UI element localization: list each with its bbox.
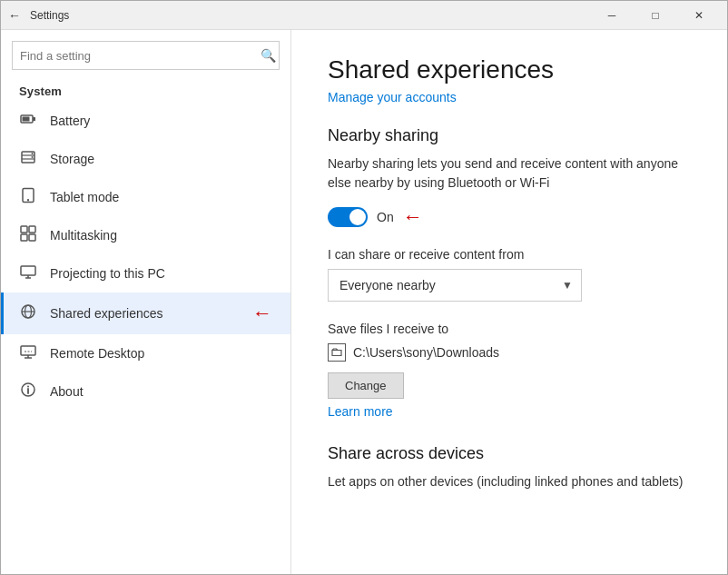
manage-accounts-link[interactable]: Manage your accounts: [328, 90, 457, 104]
svg-rect-2: [23, 117, 30, 122]
sidebar: 🔍 System Battery Storage Tablet mode M: [1, 30, 291, 575]
sidebar-item-remote-desktop[interactable]: Remote Desktop: [1, 334, 290, 372]
toggle-arrow: ←: [403, 205, 423, 229]
svg-point-6: [32, 153, 34, 154]
app-body: 🔍 System Battery Storage Tablet mode M: [1, 30, 727, 575]
folder-icon: [328, 343, 346, 362]
minimize-button[interactable]: ─: [591, 1, 633, 30]
share-across-description: Let apps on other devices (including lin…: [328, 472, 691, 491]
svg-point-7: [32, 156, 34, 158]
svg-rect-12: [29, 226, 35, 233]
share-from-dropdown-container: Everyone nearby My devices only ▼: [328, 269, 582, 302]
window-title: Settings: [30, 9, 591, 22]
multitasking-label: Multitasking: [50, 228, 272, 243]
save-path-text: C:\Users\sony\Downloads: [353, 345, 499, 360]
toggle-row: On ←: [328, 205, 691, 229]
sidebar-item-multitasking[interactable]: Multitasking: [1, 216, 290, 254]
tablet-mode-icon: [19, 187, 37, 207]
about-label: About: [50, 384, 272, 399]
svg-rect-15: [21, 266, 35, 275]
sidebar-item-about[interactable]: About: [1, 372, 290, 411]
search-input[interactable]: [12, 41, 280, 70]
main-content: Shared experiences Manage your accounts …: [291, 30, 727, 575]
storage-icon: [19, 149, 37, 169]
battery-label: Battery: [50, 114, 272, 128]
close-button[interactable]: ✕: [678, 1, 720, 30]
share-across-title: Share across devices: [328, 444, 691, 463]
shared-experiences-arrow: ←: [252, 302, 272, 325]
sidebar-section-title: System: [1, 77, 290, 102]
sidebar-item-projecting[interactable]: Projecting to this PC: [1, 254, 290, 292]
sidebar-item-tablet-mode[interactable]: Tablet mode: [1, 178, 290, 216]
svg-rect-1: [33, 117, 35, 121]
nearby-sharing-description: Nearby sharing lets you send and receive…: [328, 154, 691, 193]
share-from-dropdown[interactable]: Everyone nearby My devices only: [328, 269, 582, 302]
toggle-label: On: [377, 210, 394, 224]
svg-rect-14: [29, 234, 35, 241]
nearby-sharing-toggle[interactable]: [328, 207, 368, 227]
svg-point-10: [27, 200, 29, 202]
share-from-label: I can share or receive content from: [328, 247, 691, 262]
tablet-mode-label: Tablet mode: [50, 190, 272, 204]
multitasking-icon: [19, 225, 37, 245]
projecting-icon: [19, 263, 37, 283]
shared-experiences-icon: [19, 303, 37, 323]
battery-icon: [19, 111, 37, 131]
storage-label: Storage: [50, 152, 272, 166]
sidebar-item-battery[interactable]: Battery: [1, 102, 290, 140]
save-path-row: C:\Users\sony\Downloads: [328, 343, 691, 362]
remote-desktop-icon: [19, 343, 37, 363]
nearby-sharing-title: Nearby sharing: [328, 126, 691, 145]
page-title: Shared experiences: [328, 55, 691, 84]
save-files-label: Save files I receive to: [328, 322, 691, 336]
toggle-knob: [349, 209, 366, 225]
search-icon-button[interactable]: 🔍: [261, 48, 276, 63]
svg-rect-21: [21, 346, 35, 355]
search-container: 🔍: [12, 41, 280, 70]
change-button[interactable]: Change: [328, 372, 404, 399]
maximize-button[interactable]: □: [635, 1, 676, 30]
svg-point-27: [27, 386, 29, 388]
projecting-label: Projecting to this PC: [50, 266, 272, 281]
window-controls: ─ □ ✕: [591, 1, 720, 30]
title-bar: ← Settings ─ □ ✕: [1, 1, 727, 30]
sidebar-item-shared-experiences[interactable]: Shared experiences ←: [1, 292, 290, 334]
shared-experiences-label: Shared experiences: [50, 306, 236, 321]
back-button[interactable]: ←: [8, 8, 21, 23]
sidebar-item-storage[interactable]: Storage: [1, 140, 290, 178]
remote-desktop-label: Remote Desktop: [50, 346, 272, 361]
svg-rect-13: [21, 234, 27, 241]
svg-rect-11: [21, 226, 27, 233]
about-icon: [19, 382, 37, 402]
learn-more-link[interactable]: Learn more: [328, 404, 393, 419]
